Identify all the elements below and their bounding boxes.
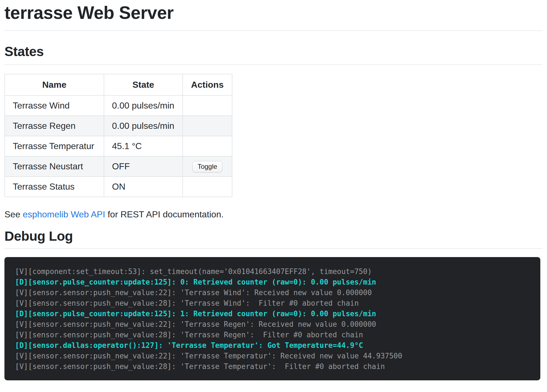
log-line: [V][component:set_timeout:53]: set_timeo… — [15, 266, 530, 277]
api-note: See esphomelib Web API for REST API docu… — [4, 209, 543, 220]
log-line: [V][sensor.sensor:push_new_value:22]: 'T… — [15, 319, 530, 330]
states-table: Name State Actions Terrasse Wind 0.00 pu… — [4, 74, 232, 197]
log-line: [V][sensor.sensor:push_new_value:22]: 'T… — [15, 287, 530, 298]
state-value-cell: OFF — [104, 156, 183, 177]
state-actions-cell: Toggle — [183, 156, 232, 177]
log-line: [V][sensor.sensor:push_new_value:22]: 'T… — [15, 351, 530, 361]
state-name-cell: Terrasse Neustart — [5, 156, 104, 177]
log-line: [D][sensor.pulse_counter:update:125]: 1:… — [15, 308, 530, 319]
log-line: [V][sensor.sensor:push_new_value:28]: 'T… — [15, 361, 530, 372]
state-actions-cell — [183, 96, 232, 116]
api-note-prefix: See — [4, 209, 23, 219]
state-name-cell: Terrasse Wind — [5, 96, 104, 116]
state-name-cell: Terrasse Regen — [5, 116, 104, 136]
table-row: Terrasse Regen 0.00 pulses/min — [5, 116, 232, 136]
log-line: [V][sensor.sensor:push_new_value:28]: 'T… — [15, 298, 530, 308]
state-value-cell: ON — [104, 177, 183, 197]
log-line: [V][sensor.sensor:push_new_value:28]: 'T… — [15, 330, 530, 340]
column-header-actions: Actions — [183, 74, 232, 96]
table-row: Terrasse Status ON — [5, 177, 232, 197]
api-note-suffix: for REST API documentation. — [105, 209, 223, 219]
page-title: terrasse Web Server — [4, 2, 543, 31]
table-header-row: Name State Actions — [5, 74, 232, 96]
state-actions-cell — [183, 116, 232, 136]
states-heading: States — [4, 44, 543, 65]
log-line: [D][sensor.pulse_counter:update:125]: 0:… — [15, 277, 530, 287]
state-value-cell: 0.00 pulses/min — [104, 116, 183, 136]
table-row: Terrasse Neustart OFF Toggle — [5, 156, 232, 177]
state-name-cell: Terrasse Status — [5, 177, 104, 197]
table-row: Terrasse Wind 0.00 pulses/min — [5, 96, 232, 116]
column-header-state: State — [104, 74, 183, 96]
state-actions-cell — [183, 136, 232, 156]
log-line: [D][sensor.dallas:operator():127]: 'Terr… — [15, 340, 530, 351]
column-header-name: Name — [5, 74, 104, 96]
state-name-cell: Terrasse Temperatur — [5, 136, 104, 156]
state-value-cell: 0.00 pulses/min — [104, 96, 183, 116]
debug-log-heading: Debug Log — [4, 228, 543, 249]
debug-log-console: [V][component:set_timeout:53]: set_timeo… — [4, 257, 540, 380]
table-row: Terrasse Temperatur 45.1 °C — [5, 136, 232, 156]
state-actions-cell — [183, 177, 232, 197]
esphomelib-web-api-link[interactable]: esphomelib Web API — [23, 209, 105, 219]
toggle-button[interactable]: Toggle — [192, 161, 223, 172]
state-value-cell: 45.1 °C — [104, 136, 183, 156]
